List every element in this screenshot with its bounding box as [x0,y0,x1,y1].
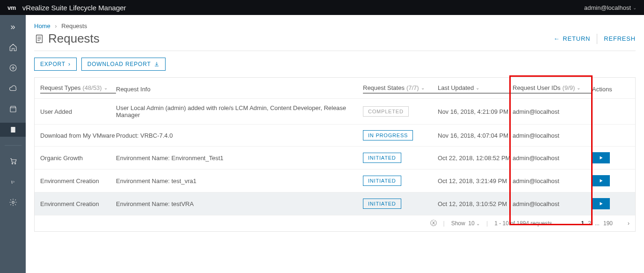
product-title: vRealize Suite Lifecycle Manager [22,4,126,12]
breadcrumb-home[interactable]: Home [34,22,51,30]
range-label: 1 - 10 of 1894 requests [494,220,552,227]
table-row[interactable]: Organic GrowthEnvironment Name: Environm… [35,146,635,169]
col-request-types[interactable]: Request Types (48/53) ⌄ [40,84,116,94]
chevron-down-icon: ⌄ [421,85,425,90]
svg-rect-4 [12,129,14,130]
page-number: ... [595,220,600,227]
content-icon[interactable]: ⲓ› [0,175,26,189]
cloud-icon[interactable] [0,81,26,96]
cell-state: INITIATED [363,199,438,209]
download-report-button[interactable]: DOWNLOAD REPORT [81,58,166,71]
requests-table: Request Types (48/53) ⌄ Request Info Req… [34,77,636,232]
cell-state: INITIATED [363,176,438,186]
vmware-logo: vm [7,4,16,11]
main-content: Home › Requests Requests ← RETURN REFRES… [26,15,644,273]
svg-point-8 [12,201,14,204]
next-page-icon[interactable]: › [628,220,630,227]
pagination: 12...190 [579,220,615,227]
clear-filter-icon[interactable]: ⓧ [430,219,437,228]
svg-point-6 [12,163,13,164]
export-button[interactable]: EXPORT › [34,58,77,71]
chevron-down-icon: ⌄ [476,221,480,226]
table-row[interactable]: User AddedUser Local Admin (admin) added… [35,98,635,124]
user-label: admin@localhost [584,4,631,11]
chevron-down-icon: ⌄ [633,5,637,10]
arrow-left-icon: ← [554,35,560,42]
home-icon[interactable] [0,40,26,54]
play-icon [598,201,604,207]
table-row[interactable]: Environment CreationEnvironment Name: te… [35,169,635,192]
requests-icon[interactable] [0,123,26,137]
page-number[interactable]: 1 [581,220,585,227]
col-actions: Actions [592,86,630,93]
cell-type: Organic Growth [40,155,116,162]
page-number[interactable]: 2 [588,220,591,227]
marketplace-icon[interactable] [0,102,26,116]
cell-actions [592,198,630,209]
svg-rect-1 [10,108,16,112]
cell-info: Environment Name: testVRA [116,200,363,207]
cell-user: admin@localhost [513,177,592,184]
settings-icon[interactable] [0,195,26,209]
page-title: Requests [34,31,100,46]
cell-actions [592,175,630,186]
return-link[interactable]: ← RETURN [554,35,591,42]
cell-info: Environment Name: Environment_Test1 [116,155,363,162]
cell-user: admin@localhost [513,200,592,207]
chevron-down-icon: ⌄ [577,85,580,90]
cell-info: Environment Name: test_vra1 [116,177,363,184]
page-size-label: Show 10 ⌄ [451,220,480,227]
chevron-right-icon: › [55,22,57,30]
cell-actions [592,152,630,163]
chevron-down-icon: ⌄ [476,85,479,90]
col-request-states[interactable]: Request States (7/7) ⌄ [363,84,438,94]
cell-updated: Oct 22, 2018, 12:08:52 PM [438,155,513,162]
col-last-updated[interactable]: Last Updated ⌄ [438,84,513,94]
refresh-link[interactable]: REFRESH [604,35,636,42]
svg-point-7 [14,163,15,164]
cell-state: INITIATED [363,153,438,163]
svg-rect-5 [12,131,13,131]
cell-user: admin@localhost [513,132,592,139]
table-row[interactable]: Download from My VMwareProduct: VRBC-7.4… [35,124,635,146]
cell-type: Download from My VMware [40,132,116,139]
add-icon[interactable] [0,61,26,75]
requests-page-icon [34,33,44,45]
cell-user: admin@localhost [513,155,592,162]
page-size-value[interactable]: 10 [468,220,474,227]
col-request-info: Request Info [116,86,363,93]
page-number[interactable]: 190 [603,220,613,227]
download-icon [154,61,159,67]
cell-state: COMPLETED [363,106,438,117]
cell-updated: Nov 16, 2018, 4:07:04 PM [438,132,513,139]
user-menu[interactable]: admin@localhost ⌄ [584,4,637,11]
cell-info: Product: VRBC-7.4.0 [116,132,363,139]
side-nav: » ⲓ› [0,15,26,273]
breadcrumb-current: Requests [61,22,87,30]
chevron-right-icon: › [68,61,71,67]
cell-type: Environment Creation [40,200,116,207]
svg-rect-3 [12,128,14,129]
cell-info: User Local Admin (admin) added with role… [116,104,363,118]
play-icon [598,155,604,161]
cell-updated: Oct 12, 2018, 3:21:49 PM [438,177,513,184]
col-request-user-ids[interactable]: Request User IDs (9/9) ⌄ [513,84,592,94]
table-footer: ⓧ | Show 10 ⌄ | 1 - 10 of 1894 requests … [35,215,635,231]
top-bar: vm vRealize Suite Lifecycle Manager admi… [0,0,644,15]
table-row[interactable]: Environment CreationEnvironment Name: te… [35,192,635,215]
chevron-down-icon: ⌄ [104,85,108,90]
cell-type: Environment Creation [40,177,116,184]
table-header: Request Types (48/53) ⌄ Request Info Req… [35,78,635,98]
run-action-button[interactable] [592,198,610,209]
run-action-button[interactable] [592,175,610,186]
cell-updated: Oct 12, 2018, 3:10:52 PM [438,200,513,207]
cell-updated: Nov 16, 2018, 4:21:09 PM [438,108,513,115]
cell-user: admin@localhost [513,108,592,115]
cell-type: User Added [40,108,116,115]
breadcrumb: Home › Requests [34,22,636,30]
play-icon [598,178,604,184]
cell-state: IN PROGRESS [363,130,438,140]
run-action-button[interactable] [592,152,610,163]
nav-collapse-icon[interactable]: » [0,20,26,34]
cart-icon[interactable] [0,154,26,168]
